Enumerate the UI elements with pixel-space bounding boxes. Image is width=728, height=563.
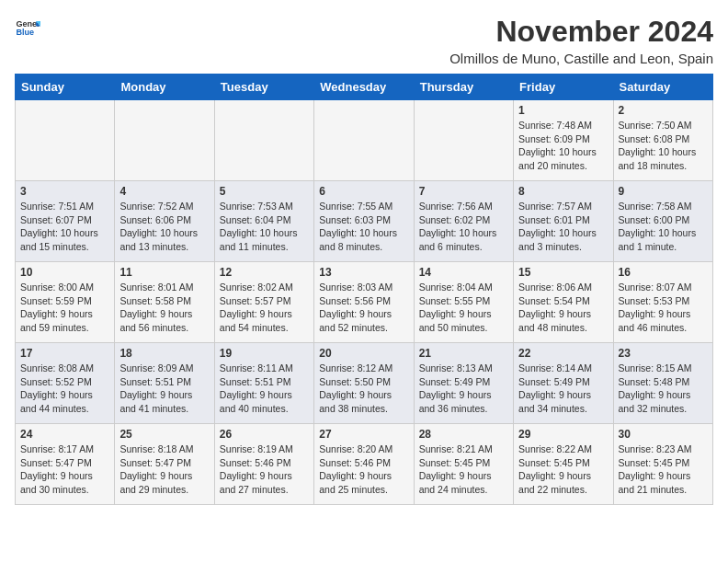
calendar-cell: 6Sunrise: 7:55 AM Sunset: 6:03 PM Daylig… xyxy=(314,181,414,262)
day-number: 3 xyxy=(20,185,109,198)
day-number: 18 xyxy=(119,347,209,360)
cell-info: Sunrise: 8:11 AM Sunset: 5:51 PM Dayligh… xyxy=(220,362,309,416)
day-number: 5 xyxy=(220,185,309,198)
day-number: 7 xyxy=(419,185,508,198)
location-subtitle: Olmillos de Muno, Castille and Leon, Spa… xyxy=(449,51,713,66)
day-number: 14 xyxy=(419,266,508,279)
calendar-cell: 26Sunrise: 8:19 AM Sunset: 5:46 PM Dayli… xyxy=(214,424,313,505)
day-number: 25 xyxy=(119,428,209,441)
calendar-cell: 2Sunrise: 7:50 AM Sunset: 6:08 PM Daylig… xyxy=(613,100,712,181)
cell-info: Sunrise: 8:18 AM Sunset: 5:47 PM Dayligh… xyxy=(119,442,209,497)
calendar-cell: 13Sunrise: 8:03 AM Sunset: 5:56 PM Dayli… xyxy=(314,262,414,343)
day-number: 21 xyxy=(419,347,508,360)
day-of-week-header: Thursday xyxy=(414,75,513,100)
day-number: 15 xyxy=(518,266,608,279)
page-header: General Blue November 2024 Olmillos de M… xyxy=(15,15,713,66)
calendar-cell: 29Sunrise: 8:22 AM Sunset: 5:45 PM Dayli… xyxy=(514,424,613,505)
day-of-week-header: Wednesday xyxy=(314,75,414,100)
cell-info: Sunrise: 8:21 AM Sunset: 5:45 PM Dayligh… xyxy=(419,442,508,497)
month-year-title: November 2024 xyxy=(449,15,713,49)
calendar-cell: 16Sunrise: 8:07 AM Sunset: 5:53 PM Dayli… xyxy=(613,262,712,343)
cell-info: Sunrise: 8:03 AM Sunset: 5:56 PM Dayligh… xyxy=(319,281,408,335)
cell-info: Sunrise: 7:55 AM Sunset: 6:03 PM Dayligh… xyxy=(319,200,408,254)
day-number: 17 xyxy=(20,347,109,360)
cell-info: Sunrise: 8:17 AM Sunset: 5:47 PM Dayligh… xyxy=(20,442,109,497)
calendar-table: SundayMondayTuesdayWednesdayThursdayFrid… xyxy=(15,74,713,505)
calendar-cell: 25Sunrise: 8:18 AM Sunset: 5:47 PM Dayli… xyxy=(115,424,214,505)
day-number: 13 xyxy=(319,266,408,279)
day-of-week-header: Saturday xyxy=(613,75,712,100)
cell-info: Sunrise: 8:07 AM Sunset: 5:53 PM Dayligh… xyxy=(619,281,708,335)
day-of-week-header: Sunday xyxy=(16,75,115,100)
cell-info: Sunrise: 8:06 AM Sunset: 5:54 PM Dayligh… xyxy=(518,281,608,335)
day-number: 23 xyxy=(619,347,708,360)
calendar-cell: 5Sunrise: 7:53 AM Sunset: 6:04 PM Daylig… xyxy=(214,181,313,262)
calendar-cell xyxy=(314,100,414,181)
calendar-cell: 30Sunrise: 8:23 AM Sunset: 5:45 PM Dayli… xyxy=(613,424,712,505)
day-of-week-header: Tuesday xyxy=(214,75,313,100)
calendar-cell: 8Sunrise: 7:57 AM Sunset: 6:01 PM Daylig… xyxy=(514,181,613,262)
day-number: 20 xyxy=(319,347,408,360)
calendar-cell: 28Sunrise: 8:21 AM Sunset: 5:45 PM Dayli… xyxy=(414,424,513,505)
day-number: 22 xyxy=(518,347,608,360)
day-number: 16 xyxy=(619,266,708,279)
calendar-cell: 23Sunrise: 8:15 AM Sunset: 5:48 PM Dayli… xyxy=(613,343,712,424)
day-number: 29 xyxy=(518,428,608,441)
calendar-cell: 9Sunrise: 7:58 AM Sunset: 6:00 PM Daylig… xyxy=(613,181,712,262)
day-number: 27 xyxy=(319,428,408,441)
day-number: 30 xyxy=(619,428,708,441)
cell-info: Sunrise: 8:00 AM Sunset: 5:59 PM Dayligh… xyxy=(20,281,109,335)
svg-text:Blue: Blue xyxy=(16,28,34,37)
logo: General Blue xyxy=(15,15,40,40)
calendar-cell: 3Sunrise: 7:51 AM Sunset: 6:07 PM Daylig… xyxy=(16,181,115,262)
calendar-cell: 7Sunrise: 7:56 AM Sunset: 6:02 PM Daylig… xyxy=(414,181,513,262)
cell-info: Sunrise: 8:20 AM Sunset: 5:46 PM Dayligh… xyxy=(319,442,408,497)
day-number: 6 xyxy=(319,185,408,198)
calendar-cell: 19Sunrise: 8:11 AM Sunset: 5:51 PM Dayli… xyxy=(214,343,313,424)
calendar-cell xyxy=(414,100,513,181)
day-of-week-header: Monday xyxy=(115,75,214,100)
calendar-week-row: 10Sunrise: 8:00 AM Sunset: 5:59 PM Dayli… xyxy=(16,262,713,343)
calendar-cell: 12Sunrise: 8:02 AM Sunset: 5:57 PM Dayli… xyxy=(214,262,313,343)
day-number: 4 xyxy=(119,185,209,198)
cell-info: Sunrise: 7:48 AM Sunset: 6:09 PM Dayligh… xyxy=(518,119,608,173)
calendar-cell: 15Sunrise: 8:06 AM Sunset: 5:54 PM Dayli… xyxy=(514,262,613,343)
calendar-cell: 10Sunrise: 8:00 AM Sunset: 5:59 PM Dayli… xyxy=(16,262,115,343)
calendar-cell: 14Sunrise: 8:04 AM Sunset: 5:55 PM Dayli… xyxy=(414,262,513,343)
cell-info: Sunrise: 8:14 AM Sunset: 5:49 PM Dayligh… xyxy=(518,362,608,416)
calendar-cell xyxy=(115,100,214,181)
day-number: 26 xyxy=(220,428,309,441)
cell-info: Sunrise: 8:01 AM Sunset: 5:58 PM Dayligh… xyxy=(119,281,209,335)
calendar-week-row: 1Sunrise: 7:48 AM Sunset: 6:09 PM Daylig… xyxy=(16,100,713,181)
logo-icon: General Blue xyxy=(15,15,40,40)
cell-info: Sunrise: 8:19 AM Sunset: 5:46 PM Dayligh… xyxy=(220,442,309,497)
cell-info: Sunrise: 8:08 AM Sunset: 5:52 PM Dayligh… xyxy=(20,362,109,416)
cell-info: Sunrise: 7:53 AM Sunset: 6:04 PM Dayligh… xyxy=(220,200,309,254)
day-number: 8 xyxy=(518,185,608,198)
calendar-header-row: SundayMondayTuesdayWednesdayThursdayFrid… xyxy=(16,75,713,100)
calendar-week-row: 17Sunrise: 8:08 AM Sunset: 5:52 PM Dayli… xyxy=(16,343,713,424)
calendar-cell: 27Sunrise: 8:20 AM Sunset: 5:46 PM Dayli… xyxy=(314,424,414,505)
cell-info: Sunrise: 8:23 AM Sunset: 5:45 PM Dayligh… xyxy=(619,442,708,497)
cell-info: Sunrise: 7:58 AM Sunset: 6:00 PM Dayligh… xyxy=(619,200,708,254)
cell-info: Sunrise: 8:15 AM Sunset: 5:48 PM Dayligh… xyxy=(619,362,708,416)
cell-info: Sunrise: 7:51 AM Sunset: 6:07 PM Dayligh… xyxy=(20,200,109,254)
calendar-cell: 17Sunrise: 8:08 AM Sunset: 5:52 PM Dayli… xyxy=(16,343,115,424)
calendar-cell: 24Sunrise: 8:17 AM Sunset: 5:47 PM Dayli… xyxy=(16,424,115,505)
cell-info: Sunrise: 7:56 AM Sunset: 6:02 PM Dayligh… xyxy=(419,200,508,254)
cell-info: Sunrise: 8:12 AM Sunset: 5:50 PM Dayligh… xyxy=(319,362,408,416)
day-number: 19 xyxy=(220,347,309,360)
cell-info: Sunrise: 8:09 AM Sunset: 5:51 PM Dayligh… xyxy=(119,362,209,416)
calendar-week-row: 24Sunrise: 8:17 AM Sunset: 5:47 PM Dayli… xyxy=(16,424,713,505)
day-number: 28 xyxy=(419,428,508,441)
calendar-cell xyxy=(214,100,313,181)
calendar-week-row: 3Sunrise: 7:51 AM Sunset: 6:07 PM Daylig… xyxy=(16,181,713,262)
cell-info: Sunrise: 7:57 AM Sunset: 6:01 PM Dayligh… xyxy=(518,200,608,254)
calendar-cell: 11Sunrise: 8:01 AM Sunset: 5:58 PM Dayli… xyxy=(115,262,214,343)
day-number: 10 xyxy=(20,266,109,279)
cell-info: Sunrise: 8:13 AM Sunset: 5:49 PM Dayligh… xyxy=(419,362,508,416)
day-number: 9 xyxy=(619,185,708,198)
calendar-cell: 20Sunrise: 8:12 AM Sunset: 5:50 PM Dayli… xyxy=(314,343,414,424)
cell-info: Sunrise: 7:50 AM Sunset: 6:08 PM Dayligh… xyxy=(619,119,708,173)
calendar-cell: 21Sunrise: 8:13 AM Sunset: 5:49 PM Dayli… xyxy=(414,343,513,424)
